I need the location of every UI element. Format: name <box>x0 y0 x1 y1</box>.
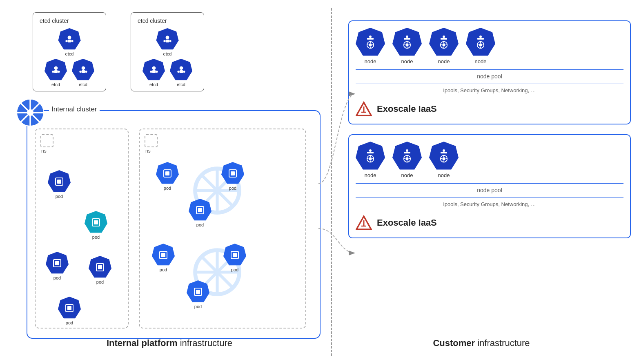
node-label: node <box>475 58 487 64</box>
left-bottom-label: Internal platform infrastructure <box>107 338 232 348</box>
svg-point-0 <box>68 36 71 39</box>
etcd-heptagon <box>58 28 81 51</box>
ipools-label-1: Ipools, Security Groups, Networking, … <box>356 84 623 93</box>
etcd-heptagon <box>156 28 179 51</box>
svg-point-93 <box>479 43 482 46</box>
node-label: node <box>401 58 413 64</box>
svg-rect-52 <box>231 171 235 175</box>
ipools-label-2: Ipools, Security Groups, Networking, … <box>356 198 623 207</box>
svg-rect-65 <box>196 290 200 294</box>
node-label: node <box>365 172 376 178</box>
svg-rect-63 <box>233 253 237 257</box>
etcd-label: etcd <box>65 51 74 56</box>
etcd-node-b2r: etcd <box>170 59 192 87</box>
svg-rect-43 <box>67 306 71 310</box>
svg-point-14 <box>163 40 165 42</box>
svg-point-90 <box>479 36 482 38</box>
svg-rect-39 <box>55 261 59 265</box>
node-4: node <box>466 28 495 64</box>
svg-point-85 <box>442 43 445 46</box>
svg-rect-110 <box>404 152 410 153</box>
svg-rect-9 <box>81 70 85 73</box>
right-bottom-label: Customer infrastructure <box>433 338 530 348</box>
ns-label-left: ns <box>41 148 47 154</box>
svg-point-10 <box>79 70 81 72</box>
exoscale-logo-1 <box>356 101 372 117</box>
etcd-heptagon <box>72 59 94 81</box>
svg-point-12 <box>166 36 169 39</box>
etcd-cluster-2-label: etcd cluster <box>138 18 167 24</box>
svg-rect-5 <box>54 70 58 73</box>
svg-point-120 <box>442 157 445 160</box>
pod-ll-3: pod <box>89 256 111 284</box>
svg-point-4 <box>54 66 58 70</box>
svg-rect-17 <box>152 70 156 73</box>
svg-point-77 <box>405 43 408 46</box>
etcd-label: etcd <box>79 82 87 87</box>
node-2: node <box>392 28 422 64</box>
ns-inner-box-right <box>145 134 158 147</box>
etcd-cluster-2: etcd cluster etcd <box>131 12 204 91</box>
etcd-cluster-1-label: etcd cluster <box>40 18 69 24</box>
svg-rect-75 <box>404 38 410 40</box>
node-row-2: node node node <box>356 142 623 178</box>
left-label-normal: infrastructure <box>178 338 233 348</box>
svg-point-8 <box>81 66 85 70</box>
node-c2-1: node <box>356 142 385 178</box>
node-pool-label-2: node pool <box>356 183 623 193</box>
etcd-node-t2: etcd <box>156 28 179 56</box>
right-label-bold: Customer <box>433 338 475 348</box>
customer-box-2: node node node <box>348 134 631 238</box>
etcd-node-br: etcd <box>72 59 94 87</box>
node-label: node <box>438 172 450 178</box>
svg-point-6 <box>52 70 54 72</box>
etcd-cluster-1: etcd cluster etcd <box>33 12 106 91</box>
etcd-icons-2: etcd etcd <box>142 28 192 87</box>
right-label-normal: infrastructure <box>475 338 530 348</box>
exoscale-label-1: Exoscale IaaS <box>377 104 437 114</box>
etcd-heptagon <box>45 59 67 81</box>
svg-point-101 <box>369 149 372 152</box>
node-label: node <box>438 58 450 64</box>
svg-point-109 <box>406 149 408 152</box>
etcd-heptagon <box>142 59 165 81</box>
etcd-label: etcd <box>163 51 172 56</box>
svg-rect-13 <box>166 40 169 42</box>
node-3: node <box>429 28 459 64</box>
etcd-heptagon <box>170 59 192 81</box>
svg-point-104 <box>369 157 372 160</box>
left-label-bold: Internal platform <box>107 338 178 348</box>
svg-rect-21 <box>179 70 183 73</box>
svg-rect-41 <box>98 265 102 269</box>
pod-r2-tl: pod <box>152 244 175 272</box>
svg-point-7 <box>58 70 60 72</box>
node-label: node <box>401 172 413 178</box>
svg-rect-54 <box>198 208 202 212</box>
svg-rect-61 <box>161 253 165 257</box>
svg-rect-91 <box>477 38 484 40</box>
pod-ll-1: pod <box>48 170 71 199</box>
svg-point-18 <box>150 70 152 72</box>
exoscale-label-2: Exoscale IaaS <box>377 218 437 228</box>
node-pool-label-1: node pool <box>356 69 623 80</box>
etcd-label: etcd <box>149 82 158 87</box>
svg-point-82 <box>443 36 445 38</box>
svg-rect-118 <box>441 152 447 153</box>
svg-point-69 <box>369 43 372 46</box>
svg-rect-50 <box>165 171 169 175</box>
svg-rect-67 <box>367 38 374 40</box>
svg-rect-1 <box>68 40 71 42</box>
svg-rect-35 <box>57 180 61 184</box>
node-row-1: node node node <box>356 28 623 64</box>
svg-point-16 <box>152 66 156 70</box>
pod-teal: pod <box>85 211 107 240</box>
exoscale-row-1: Exoscale IaaS <box>356 98 623 117</box>
etcd-node-b2l: etcd <box>142 59 165 87</box>
right-side: node node node <box>332 8 631 356</box>
svg-point-15 <box>169 40 171 42</box>
svg-rect-83 <box>441 38 447 40</box>
etcd-label: etcd <box>51 82 60 87</box>
node-label: node <box>365 58 376 64</box>
pod-r2-tr: pod <box>223 244 246 272</box>
pod-r1-b: pod <box>189 199 212 227</box>
